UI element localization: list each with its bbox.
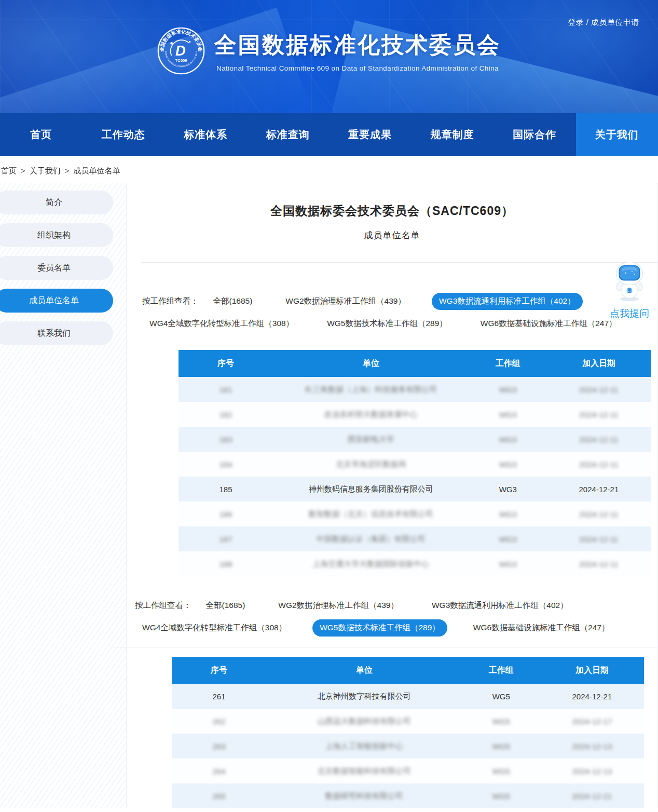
sidebar-item-联系我们[interactable]: 联系我们	[0, 321, 113, 345]
cell-text: 2024-12-13	[572, 742, 612, 751]
cell-no: 187	[179, 526, 273, 551]
cell-no: 265	[172, 783, 266, 808]
cell-no: 184	[179, 452, 273, 477]
nav-item-标准体系[interactable]: 标准体系	[164, 113, 247, 156]
cell-text: 181	[219, 385, 232, 394]
filter-tab[interactable]: 全部(1685)	[199, 597, 253, 614]
table-row: 182农业农村部大数据发展中心WG32024-12-11	[179, 402, 651, 427]
cell-unit: 数据研究科技有限公司	[266, 783, 462, 808]
table-row: 261北京神州数字科技有限公司WG52024-12-21	[172, 684, 644, 709]
cell-workgroup: WG3	[469, 377, 547, 402]
filter-row: 按工作组查看：全部(1685)WG2数据治理标准工作组（439）WG3数据流通利…	[142, 293, 657, 310]
content-panel: 全国数据标委会技术委员会（SAC/TC609） 成员单位名单 点我提问 按工	[126, 183, 658, 808]
filter-tab[interactable]: WG4全域数字化转型标准工作组（308）	[135, 619, 294, 637]
cell-date: 2024-12-21	[540, 783, 644, 808]
cell-workgroup: WG3	[469, 477, 547, 502]
table-row: 263上海人工智能创新中心WG52024-12-13	[172, 734, 644, 759]
cell-text: 2024-12-11	[579, 510, 619, 519]
breadcrumb-item[interactable]: 关于我们	[30, 166, 61, 175]
cell-text: 262	[212, 717, 225, 726]
table-header-row: 序号单位工作组加入日期	[172, 657, 644, 684]
filter-group-label: 按工作组查看：	[135, 600, 191, 611]
cell-text: WG3	[499, 460, 517, 469]
cell-date: 2024-12-11	[547, 551, 651, 576]
filter-tab[interactable]: WG3数据流通利用标准工作组（402）	[424, 597, 575, 614]
filter-tab[interactable]: WG4全域数字化转型标准工作组（308）	[142, 315, 301, 332]
filter-tab[interactable]: WG5数据技术标准工作组（289）	[312, 619, 447, 637]
cell-text: 北京数据智能科技有限公司	[318, 766, 411, 775]
member-table-wg5: 序号单位工作组加入日期261北京神州数字科技有限公司WG52024-12-212…	[172, 657, 644, 808]
filter-tab[interactable]: 全部(1685)	[206, 293, 260, 310]
sidebar-item-组织架构[interactable]: 组织架构	[0, 223, 113, 247]
cell-text: 2024-12-11	[579, 435, 619, 444]
filter-group-label: 按工作组查看：	[142, 296, 199, 307]
sidebar: 简介组织架构委员名单成员单位名单联系我们	[0, 183, 126, 808]
cell-text: WG3	[499, 435, 517, 444]
sidebar-item-委员名单[interactable]: 委员名单	[0, 256, 113, 280]
cell-text: 182	[219, 410, 232, 419]
nav-item-重要成果[interactable]: 重要成果	[329, 113, 412, 156]
table-row: 181长三角数据（上海）科技服务有限公司WG32024-12-11	[179, 377, 651, 402]
cell-workgroup: WG5	[462, 759, 540, 783]
cell-text: 186	[219, 510, 232, 519]
page-title: 全国数据标委会技术委员会（SAC/TC609）	[127, 203, 657, 219]
cell-workgroup: WG3	[469, 402, 547, 427]
filter-section-wg3: 按工作组查看：全部(1685)WG2数据治理标准工作组（439）WG3数据流通利…	[142, 293, 657, 332]
cell-text: 187	[219, 535, 232, 544]
table-row: 188上海交通大学大数据国际创新中心WG32024-12-11	[179, 551, 651, 576]
cell-date: 2024-12-11	[547, 427, 651, 452]
cell-text: 2024-12-21	[579, 485, 619, 494]
nav-item-工作动态[interactable]: 工作动态	[83, 113, 165, 156]
ask-me-link[interactable]: 点我提问	[605, 307, 654, 320]
cell-text: 2024-12-11	[579, 385, 619, 394]
cell-workgroup: WG5	[462, 709, 540, 734]
filter-tab[interactable]: WG3数据流通利用标准工作组（402）	[432, 293, 583, 310]
cell-text: WG5	[492, 717, 510, 726]
nav-item-关于我们[interactable]: 关于我们	[576, 113, 658, 156]
breadcrumb-item[interactable]: 首页	[1, 166, 17, 175]
member-table-wg3: 序号单位工作组加入日期181长三角数据（上海）科技服务有限公司WG32024-1…	[179, 350, 651, 576]
cell-text: 2024-12-11	[579, 535, 619, 544]
cell-text: 数智数据（北京）信息技术有限公司	[309, 509, 433, 518]
filter-tab[interactable]: WG2数据治理标准工作组（439）	[271, 597, 406, 614]
cell-text: 西安邮电大学	[348, 435, 394, 443]
filter-tab[interactable]: WG5数据技术标准工作组（289）	[320, 315, 455, 332]
tc609-logo-icon: 全国数据标准化技术委员会 NATIONAL TECHNICAL COMMITTE…	[157, 27, 205, 75]
nav-item-规章制度[interactable]: 规章制度	[412, 113, 494, 156]
filter-tab[interactable]: WG6数据基础设施标准工作组（247）	[473, 315, 624, 332]
cell-no: 261	[172, 684, 266, 709]
cell-no: 262	[172, 709, 266, 734]
cell-unit: 北京数据智能科技有限公司	[266, 759, 462, 783]
column-header-工作组: 工作组	[462, 657, 540, 684]
table-row: 264北京数据智能科技有限公司WG52024-12-13	[172, 759, 644, 783]
column-header-单位: 单位	[266, 657, 462, 684]
filter-tab[interactable]: WG6数据基础设施标准工作组（247）	[466, 619, 617, 637]
cell-unit: 北京神州数字科技有限公司	[266, 684, 462, 709]
table-row: 262山西远大数据科技有限公司WG52024-12-17	[172, 709, 644, 734]
cell-unit: 北京市海淀区数据局	[273, 452, 469, 477]
login-member-apply-link[interactable]: 登录 / 成员单位申请	[568, 18, 639, 28]
nav-item-标准查询[interactable]: 标准查询	[247, 113, 330, 156]
assistant-widget[interactable]: 点我提问	[605, 261, 654, 320]
robot-assistant-icon[interactable]	[608, 261, 651, 303]
column-header-加入日期: 加入日期	[547, 350, 651, 377]
cell-date: 2024-12-11	[547, 452, 651, 477]
cell-text: 2024-12-21	[572, 692, 612, 701]
cell-text: WG3	[499, 485, 517, 494]
cell-no: 188	[179, 551, 273, 576]
sidebar-item-成员单位名单[interactable]: 成员单位名单	[0, 289, 113, 313]
filter-row: 按工作组查看：全部(1685)WG2数据治理标准工作组（439）WG3数据流通利…	[135, 597, 657, 614]
cell-text: WG5	[492, 742, 510, 751]
cell-text: 265	[212, 792, 225, 801]
table-row: 265数据研究科技有限公司WG52024-12-21	[172, 783, 644, 808]
cell-text: WG5	[492, 792, 510, 801]
column-header-加入日期: 加入日期	[540, 657, 644, 684]
filter-tab[interactable]: WG2数据治理标准工作组（439）	[278, 293, 413, 310]
nav-item-国际合作[interactable]: 国际合作	[494, 113, 576, 156]
cell-workgroup: WG3	[469, 526, 547, 551]
sidebar-item-简介[interactable]: 简介	[0, 191, 113, 214]
cell-text: 农业农村部大数据发展中心	[324, 410, 418, 418]
cell-text: 263	[212, 742, 225, 751]
cell-text: 185	[219, 485, 232, 494]
nav-item-首页[interactable]: 首页	[0, 113, 83, 156]
